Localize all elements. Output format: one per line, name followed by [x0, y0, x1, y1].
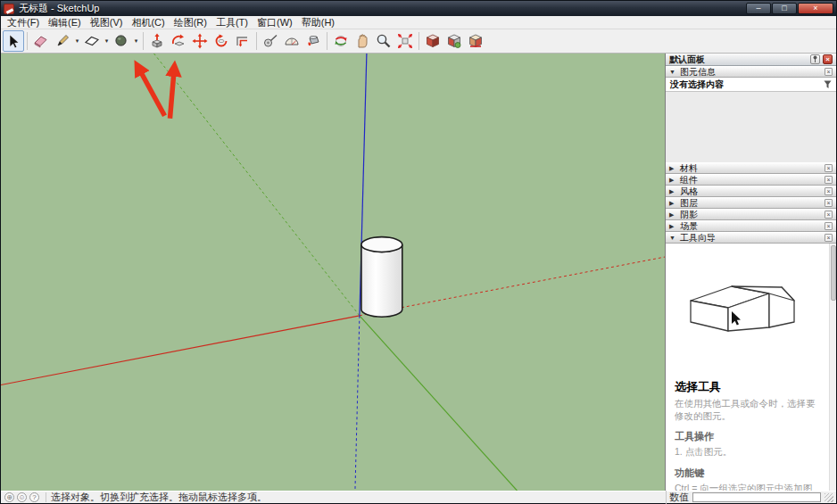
axis-green-dotted [154, 54, 360, 316]
axis-blue-dotted [355, 316, 360, 491]
make-component-button[interactable] [422, 30, 443, 52]
help-icon[interactable]: ? [29, 492, 39, 502]
statusbar-hint: 选择对象。切换到扩充选择。拖动鼠标选择多项。 [49, 491, 666, 504]
axis-red-dotted [360, 257, 665, 316]
scrollbar-thumb[interactable] [831, 245, 836, 301]
menu-item-tools[interactable]: 工具(T) [211, 16, 253, 29]
statusbar-icons: ⊕ ☺ ? [1, 492, 43, 502]
cursor-arrow-icon [5, 33, 21, 49]
instructor-heading: 选择工具 [675, 379, 819, 395]
instructor-operations-title: 工具操作 [675, 430, 819, 443]
pushpull-icon [149, 33, 165, 49]
sketchup-window: 无标题 - SketchUp – □ × 文件(F) 编辑(E) 视图(V) 相… [0, 0, 837, 504]
eraser-tool-button[interactable] [30, 30, 52, 52]
axis-green-solid [360, 316, 518, 491]
panel-title: 默认面板 [669, 54, 705, 66]
sidebar-section-shadows[interactable]: ▶ 阴影 × [666, 209, 836, 220]
rectangle-shape-icon [84, 33, 100, 49]
pushpull-tool-button[interactable] [146, 30, 168, 52]
circle-tool-button[interactable] [111, 30, 132, 52]
measurements-input[interactable] [692, 492, 821, 502]
cylinder-model[interactable] [361, 237, 402, 318]
menu-item-camera[interactable]: 相机(C) [127, 16, 169, 29]
styles-close-button[interactable]: × [825, 187, 833, 195]
entity-info-empty-text: 没有选择内容 [670, 78, 724, 91]
chevron-right-icon: ▶ [669, 188, 676, 195]
entity-info-close-button[interactable]: × [825, 68, 833, 76]
zoom-extents-icon [397, 33, 413, 49]
components-panel-button[interactable] [443, 30, 465, 52]
section-label-layers: 图层 [680, 197, 698, 210]
move-tool-button[interactable] [189, 30, 211, 52]
component-cube-icon [425, 33, 441, 49]
statusbar: ⊕ ☺ ? 选择对象。切换到扩充选择。拖动鼠标选择多项。 数值 [1, 491, 836, 503]
components-close-button[interactable]: × [825, 176, 833, 184]
menu-item-draw[interactable]: 绘图(R) [170, 16, 211, 29]
titlebar: 无标题 - SketchUp – □ × [1, 1, 836, 16]
materials-close-button[interactable]: × [825, 164, 833, 172]
sidebar-section-layers[interactable]: ▶ 图层 × [666, 197, 836, 209]
instructor-description: 在使用其他工具或命令时，选择要修改的图元。 [675, 397, 819, 422]
scenes-close-button[interactable]: × [825, 222, 833, 230]
sidebar-section-materials[interactable]: ▶ 材料 × [666, 162, 836, 174]
statusbar-separator [46, 492, 46, 502]
credits-icon[interactable]: ☺ [17, 492, 27, 502]
menu-item-window[interactable]: 窗口(W) [253, 16, 297, 29]
offset-tool-button[interactable] [232, 30, 253, 52]
instructor-scrollbar[interactable] [829, 244, 836, 491]
select-tool-button[interactable] [3, 30, 24, 52]
magnifier-icon [376, 33, 392, 49]
line-tool-dropdown[interactable]: ▾ [73, 30, 81, 52]
components-cube-icon [446, 33, 462, 49]
rectangle-tool-button[interactable] [81, 30, 103, 52]
menu-item-file[interactable]: 文件(F) [3, 16, 44, 29]
menu-item-view[interactable]: 视图(V) [86, 16, 128, 29]
circle-tool-dropdown[interactable]: ▾ [132, 30, 140, 52]
shadows-close-button[interactable]: × [825, 211, 833, 219]
sidebar-section-styles[interactable]: ▶ 风格 × [666, 186, 836, 197]
styles-panel-button[interactable] [465, 30, 486, 52]
toolbar-separator [143, 32, 144, 50]
close-button[interactable]: × [798, 3, 833, 14]
chevron-down-icon: ▼ [669, 69, 676, 75]
menu-item-edit[interactable]: 编辑(E) [44, 16, 86, 29]
followme-tool-button[interactable] [168, 30, 189, 52]
viewport-canvas[interactable] [1, 54, 666, 491]
resize-grip-icon[interactable] [825, 493, 833, 502]
section-label-materials: 材料 [680, 162, 698, 175]
panel-close-button[interactable]: × [823, 54, 833, 64]
instructor-function-keys-title: 功能键 [675, 467, 819, 480]
sidebar-section-components[interactable]: ▶ 组件 × [666, 174, 836, 186]
menu-item-help[interactable]: 帮助(H) [297, 16, 339, 29]
zoom-extents-tool-button[interactable] [394, 30, 416, 52]
minimize-button[interactable]: – [746, 3, 771, 14]
instructor-close-button[interactable]: × [825, 234, 833, 242]
entity-info-header[interactable]: ▼ 图元信息 × [666, 66, 836, 78]
geolocation-icon[interactable]: ⊕ [4, 492, 14, 502]
details-toggle-icon[interactable] [824, 80, 832, 89]
paint-bucket-icon [305, 33, 321, 49]
orbit-tool-button[interactable] [330, 30, 352, 52]
protractor-tool-button[interactable] [281, 30, 302, 52]
chevron-right-icon: ▶ [669, 177, 676, 184]
paint-bucket-tool-button[interactable] [302, 30, 324, 52]
layers-close-button[interactable]: × [825, 199, 833, 207]
sketchup-logo-icon [4, 4, 14, 14]
measurements-area: 数值 [666, 491, 836, 504]
protractor-icon [284, 33, 300, 49]
pan-tool-button[interactable] [352, 30, 373, 52]
toolbar-separator [418, 32, 419, 50]
line-tool-button[interactable] [52, 30, 73, 52]
rotate-tool-button[interactable] [211, 30, 232, 52]
maximize-button[interactable]: □ [772, 3, 797, 14]
toolbar-separator [27, 32, 28, 50]
entity-info-empty-area [666, 92, 836, 162]
tape-measure-tool-button[interactable] [260, 30, 281, 52]
zoom-tool-button[interactable] [373, 30, 394, 52]
sidebar-section-scenes[interactable]: ▶ 场景 × [666, 220, 836, 232]
instructor-header[interactable]: ▼ 工具向导 × [666, 232, 836, 244]
panel-title-bar: 默认面板 × [666, 54, 836, 66]
pin-icon[interactable] [810, 54, 820, 64]
rectangle-tool-dropdown[interactable]: ▾ [103, 30, 111, 52]
section-label-shadows: 阴影 [680, 209, 698, 221]
